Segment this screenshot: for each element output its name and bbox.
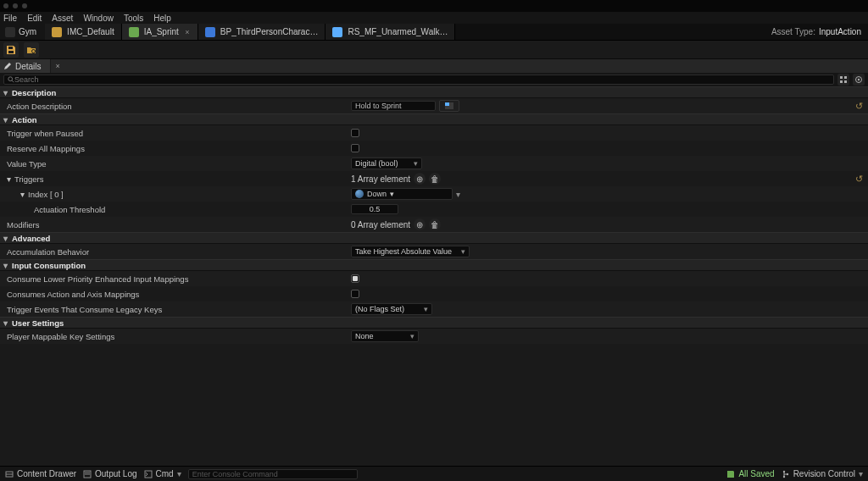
svg-rect-0 [8,47,13,49]
window-controls [0,0,868,12]
category-label: User Settings [12,318,64,328]
svg-rect-18 [145,471,152,478]
category-user-settings[interactable]: ▾ User Settings [0,317,868,329]
actuation-threshold-input[interactable]: 0.5 [351,204,398,214]
gear-icon [854,75,863,84]
output-log-button[interactable]: Output Log [83,469,136,478]
trigger-type-dropdown[interactable]: Down ▾ [351,188,453,200]
trigger-when-paused-checkbox[interactable] [351,129,359,137]
svg-point-20 [782,475,784,477]
trigger-index-0[interactable]: ▾ Index [ 0 ] [0,190,349,199]
project-name: Gym [19,27,36,36]
prop-actuation-threshold-label: Actuation Threshold [0,205,349,214]
flag-icon [445,102,453,109]
asset-icon [52,27,62,37]
check-floppy-icon [726,470,735,478]
chevron-down-icon[interactable]: ▾ [456,190,460,199]
asset-toolbar [0,41,868,59]
array-clear-button[interactable]: 🗑 [429,173,441,185]
prop-trigger-when-paused-label: Trigger when Paused [0,129,349,138]
tab-ia-sprint[interactable]: IA_Sprint × [122,24,198,40]
prop-player-mappable-label: Player Mappable Key Settings [0,332,349,341]
tab-rs-mf-unarmed[interactable]: RS_MF_Unarmed_Walk… [326,24,455,40]
project-logo-icon [5,27,15,37]
array-add-button[interactable]: ⊕ [414,173,426,185]
value-type-dropdown[interactable]: Digital (bool)▾ [351,158,422,169]
category-input-consumption[interactable]: ▾ Input Consumption [0,259,868,271]
save-state-indicator[interactable]: All Saved [726,469,774,478]
prop-modifiers-label[interactable]: Modifiers [0,220,349,229]
property-grid: ▾ Description Action Description Hold to… [0,86,868,481]
settings-button[interactable] [853,74,865,86]
details-tab-label: Details [15,62,42,71]
localize-button[interactable] [439,100,459,112]
svg-point-3 [8,77,13,81]
menu-window[interactable]: Window [83,14,114,23]
consume-lower-priority-checkbox[interactable] [351,274,359,283]
chevron-down-icon: ▾ [424,305,428,313]
prop-legacy-consume-events-label: Trigger Events That Consume Legacy Keys [0,305,349,314]
revision-control-button[interactable]: Revision Control ▾ [782,469,863,478]
array-add-button[interactable]: ⊕ [414,218,426,230]
save-button[interactable] [3,42,19,58]
floppy-icon [6,45,16,55]
asset-icon [332,27,342,37]
menu-asset[interactable]: Asset [52,14,73,23]
reserve-all-mappings-checkbox[interactable] [351,144,359,152]
browse-button[interactable] [24,42,39,58]
array-clear-button[interactable]: 🗑 [429,218,441,230]
console-command-input[interactable]: Enter Console Command [188,469,358,479]
prop-triggers-label[interactable]: ▾ Triggers [0,174,349,184]
tab-imc-default[interactable]: IMC_Default [45,24,122,40]
svg-point-10 [858,79,860,80]
category-label: Input Consumption [12,261,86,270]
details-search-row [0,73,868,86]
reset-to-default-icon[interactable]: ↺ [855,174,863,185]
property-matrix-button[interactable] [837,74,849,86]
folder-search-icon [26,45,36,55]
window-min-dot[interactable] [13,3,18,8]
trigger-type-icon [355,190,364,198]
menu-help[interactable]: Help [153,14,171,23]
content-drawer-button[interactable]: Content Drawer [5,469,76,478]
accumulation-behavior-dropdown[interactable]: Take Highest Absolute Value▾ [351,246,470,257]
chevron-down-icon: ▾ [2,235,8,241]
svg-point-19 [782,470,784,472]
search-input[interactable] [14,75,830,84]
window-close-dot[interactable] [3,3,8,8]
asset-type-indicator: Asset Type: InputAction [771,24,868,40]
category-advanced[interactable]: ▾ Advanced [0,232,868,244]
window-max-dot[interactable] [22,3,27,8]
chevron-down-icon: ▾ [2,262,8,268]
branch-icon [782,470,790,478]
svg-rect-6 [844,76,847,79]
player-mappable-dropdown[interactable]: None▾ [351,330,419,342]
menu-edit[interactable]: Edit [27,14,42,23]
close-icon[interactable]: × [51,62,65,70]
search-icon [8,76,14,83]
tab-bp-thirdperson[interactable]: BP_ThirdPersonCharac… [198,24,326,40]
cmd-dropdown[interactable]: Cmd ▾ [144,469,181,478]
category-action[interactable]: ▾ Action [0,113,868,125]
legacy-consume-events-dropdown[interactable]: (No Flags Set)▾ [351,303,432,315]
category-label: Action [12,115,37,124]
tab-label: BP_ThirdPersonCharac… [220,27,319,36]
menu-file[interactable]: File [3,14,17,23]
action-description-field[interactable]: Hold to Sprint [351,101,436,111]
details-tab[interactable]: Details [0,59,51,73]
prop-consume-lower-priority-label: Consume Lower Priority Enhanced Input Ma… [0,274,349,284]
reset-to-default-icon[interactable]: ↺ [855,101,863,112]
chevron-down-icon: ▾ [414,159,418,168]
svg-rect-1 [8,51,14,53]
consumes-legacy-checkbox[interactable] [351,290,359,298]
modifiers-array-summary: 0 Array element [351,220,410,229]
close-icon[interactable]: × [184,29,191,36]
chevron-down-icon: ▾ [859,469,863,478]
search-input-wrapper[interactable] [3,75,834,85]
chevron-down-icon: ▾ [7,174,11,184]
triggers-array-summary: 1 Array element [351,174,410,184]
project-tab[interactable]: Gym [0,24,45,40]
chevron-down-icon: ▾ [20,190,25,199]
category-description[interactable]: ▾ Description [0,86,868,98]
menu-tools[interactable]: Tools [124,14,143,23]
